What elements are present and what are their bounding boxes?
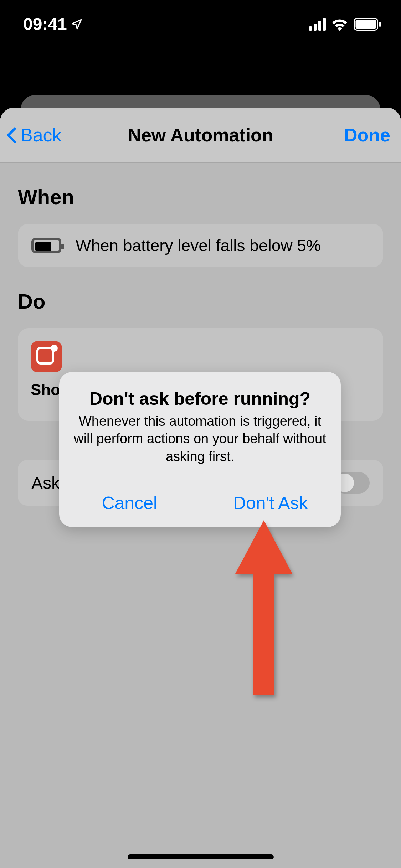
wifi-icon [331, 17, 349, 31]
home-indicator[interactable] [128, 854, 274, 859]
ask-label: Ask [31, 473, 60, 493]
alert-body: Don't ask before running? Whenever this … [59, 372, 341, 479]
alert-message: Whenever this automation is triggered, i… [73, 413, 327, 465]
trigger-text: When battery level falls below 5% [76, 236, 321, 255]
notification-icon [31, 341, 62, 372]
battery-icon [31, 238, 61, 253]
when-trigger-card[interactable]: When battery level falls below 5% [18, 224, 383, 267]
status-right [309, 17, 381, 31]
svg-rect-1 [356, 20, 376, 29]
back-label: Back [20, 124, 62, 146]
svg-rect-2 [379, 22, 381, 27]
location-icon [71, 18, 83, 30]
chevron-left-icon [5, 124, 19, 146]
status-time-text: 09:41 [23, 14, 67, 34]
confirmation-alert: Don't ask before running? Whenever this … [59, 372, 341, 527]
nav-bar: Back New Automation Done [0, 108, 401, 163]
cancel-button[interactable]: Cancel [59, 479, 200, 527]
battery-icon [354, 18, 381, 31]
done-button[interactable]: Done [344, 124, 390, 146]
status-bar: 09:41 [0, 0, 401, 48]
alert-title: Don't ask before running? [73, 388, 327, 409]
back-button[interactable]: Back [5, 124, 62, 146]
status-time: 09:41 [23, 14, 83, 34]
annotation-arrow-icon [235, 520, 292, 695]
do-header: Do [18, 289, 383, 313]
svg-marker-3 [235, 520, 292, 695]
when-header: When [18, 185, 383, 209]
alert-buttons: Cancel Don't Ask [59, 479, 341, 527]
cellular-icon [309, 18, 326, 31]
